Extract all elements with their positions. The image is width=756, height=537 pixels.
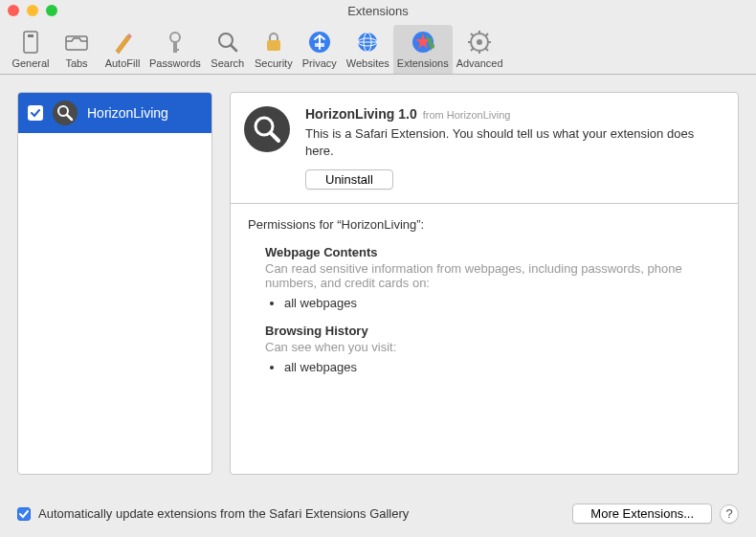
svg-rect-8 bbox=[267, 40, 280, 51]
titlebar: Extensions bbox=[0, 0, 756, 21]
help-button[interactable]: ? bbox=[720, 504, 739, 524]
general-icon bbox=[15, 27, 46, 57]
svg-line-7 bbox=[231, 45, 236, 51]
svg-line-24 bbox=[485, 48, 488, 51]
tab-general[interactable]: General bbox=[8, 25, 54, 74]
maximize-icon[interactable] bbox=[46, 5, 57, 16]
sidebar-item-horizonliving[interactable]: HorizonLiving bbox=[18, 93, 211, 133]
tab-extensions[interactable]: Extensions bbox=[393, 25, 453, 74]
magnifier-icon bbox=[53, 101, 78, 125]
permission-item: all webpages bbox=[284, 296, 721, 310]
tab-label: Privacy bbox=[302, 57, 337, 69]
autofill-icon bbox=[107, 27, 138, 57]
tabs-icon bbox=[61, 27, 92, 57]
tab-label: General bbox=[11, 57, 49, 69]
extension-detail: HorizonLiving 1.0 from HorizonLiving Thi… bbox=[230, 92, 739, 475]
search-icon bbox=[212, 27, 243, 57]
tab-label: AutoFill bbox=[105, 57, 141, 69]
svg-rect-4 bbox=[173, 41, 177, 53]
main-content: HorizonLiving HorizonLiving 1.0 from Hor… bbox=[0, 75, 756, 492]
svg-line-23 bbox=[471, 34, 474, 36]
svg-rect-10 bbox=[315, 43, 324, 47]
magnifier-icon bbox=[244, 106, 290, 152]
permission-list: all webpages bbox=[284, 296, 721, 310]
permission-list: all webpages bbox=[284, 360, 721, 374]
tab-label: Extensions bbox=[397, 57, 449, 69]
detail-text: HorizonLiving 1.0 from HorizonLiving Thi… bbox=[305, 106, 724, 190]
tab-autofill[interactable]: AutoFill bbox=[100, 25, 145, 74]
permissions-title: Permissions for “HorizonLiving”: bbox=[248, 217, 721, 232]
svg-line-28 bbox=[67, 115, 72, 120]
svg-line-30 bbox=[271, 133, 278, 141]
tab-label: Tabs bbox=[65, 57, 87, 69]
footer: Automatically update extensions from the… bbox=[0, 490, 756, 537]
permission-item: all webpages bbox=[284, 360, 721, 374]
detail-header: HorizonLiving 1.0 from HorizonLiving Thi… bbox=[230, 92, 739, 204]
svg-line-25 bbox=[471, 48, 474, 51]
extension-enabled-checkbox[interactable] bbox=[28, 105, 43, 121]
svg-rect-5 bbox=[173, 49, 179, 51]
svg-rect-1 bbox=[28, 34, 33, 37]
privacy-icon bbox=[304, 27, 335, 57]
svg-point-3 bbox=[170, 33, 180, 42]
minimize-icon[interactable] bbox=[27, 5, 38, 16]
tab-tabs[interactable]: Tabs bbox=[54, 25, 100, 74]
tab-label: Passwords bbox=[149, 57, 201, 69]
auto-update-label: Automatically update extensions from the… bbox=[38, 506, 409, 521]
close-icon[interactable] bbox=[8, 5, 19, 16]
tab-security[interactable]: Security bbox=[251, 25, 297, 74]
websites-icon bbox=[352, 27, 383, 57]
sidebar-item-label: HorizonLiving bbox=[87, 105, 168, 121]
tab-label: Advanced bbox=[456, 57, 503, 69]
tab-passwords[interactable]: Passwords bbox=[145, 25, 205, 74]
tab-search[interactable]: Search bbox=[205, 25, 251, 74]
security-icon bbox=[258, 27, 289, 57]
extensions-sidebar: HorizonLiving bbox=[17, 92, 212, 475]
extension-from: from HorizonLiving bbox=[423, 109, 511, 121]
permissions-panel: Permissions for “HorizonLiving”: Webpage… bbox=[230, 204, 739, 475]
tab-label: Security bbox=[255, 57, 293, 69]
permission-section-webpage-contents: Webpage Contents Can read sensitive info… bbox=[265, 245, 721, 310]
permission-description: Can read sensitive information from webp… bbox=[265, 261, 721, 290]
svg-point-18 bbox=[477, 39, 482, 45]
extension-name: HorizonLiving 1.0 bbox=[305, 106, 417, 122]
window-title: Extensions bbox=[0, 4, 756, 18]
permission-heading: Webpage Contents bbox=[265, 245, 721, 259]
uninstall-button[interactable]: Uninstall bbox=[305, 169, 393, 190]
tab-websites[interactable]: Websites bbox=[343, 25, 393, 74]
tab-label: Search bbox=[211, 57, 244, 69]
auto-update-checkbox[interactable] bbox=[17, 507, 31, 521]
toolbar: General Tabs AutoFill Passwords Search S… bbox=[0, 21, 756, 75]
traffic-lights bbox=[8, 5, 57, 16]
advanced-icon bbox=[464, 27, 495, 57]
tab-advanced[interactable]: Advanced bbox=[453, 25, 507, 74]
permission-section-browsing-history: Browsing History Can see when you visit:… bbox=[265, 324, 721, 374]
passwords-icon bbox=[160, 27, 190, 57]
more-extensions-button[interactable]: More Extensions... bbox=[572, 503, 712, 524]
detail-heading: HorizonLiving 1.0 from HorizonLiving bbox=[305, 106, 724, 122]
tab-label: Websites bbox=[346, 57, 389, 69]
extensions-icon bbox=[408, 27, 438, 57]
tab-privacy[interactable]: Privacy bbox=[297, 25, 343, 74]
permission-description: Can see when you visit: bbox=[265, 340, 721, 354]
svg-line-26 bbox=[485, 34, 488, 36]
extension-description: This is a Safari Extension. You should t… bbox=[305, 125, 724, 160]
permission-heading: Browsing History bbox=[265, 324, 721, 338]
